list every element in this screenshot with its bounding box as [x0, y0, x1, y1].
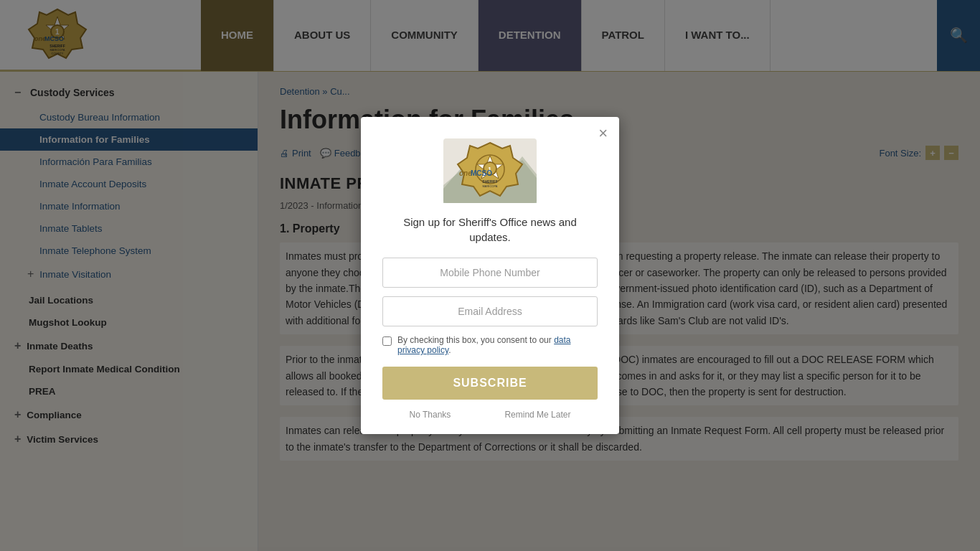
- modal-footer: No Thanks Remind Me Later: [382, 410, 598, 420]
- svg-text:SHERIFF: SHERIFF: [482, 179, 497, 184]
- modal-overlay[interactable]: × 1 SHERIFF MARICOPA: [0, 0, 980, 551]
- svg-text:MCSO: MCSO: [471, 169, 492, 177]
- modal-logo: 1 SHERIFF MARICOPA one MCSO: [382, 138, 598, 203]
- phone-input[interactable]: [382, 258, 598, 288]
- email-input[interactable]: [382, 296, 598, 326]
- no-thanks-button[interactable]: No Thanks: [410, 410, 451, 420]
- subscription-modal: × 1 SHERIFF MARICOPA: [361, 117, 619, 434]
- remind-later-button[interactable]: Remind Me Later: [504, 410, 570, 420]
- modal-close-button[interactable]: ×: [598, 126, 608, 141]
- subscribe-button[interactable]: SUBSCRIBE: [382, 367, 598, 400]
- consent-text: By checking this box, you consent to our…: [397, 335, 598, 355]
- consent-checkbox[interactable]: [382, 336, 392, 346]
- svg-text:MARICOPA: MARICOPA: [482, 184, 497, 188]
- consent-row: By checking this box, you consent to our…: [382, 335, 598, 355]
- modal-title: Sign up for Sheriff's Office news and up…: [382, 215, 598, 245]
